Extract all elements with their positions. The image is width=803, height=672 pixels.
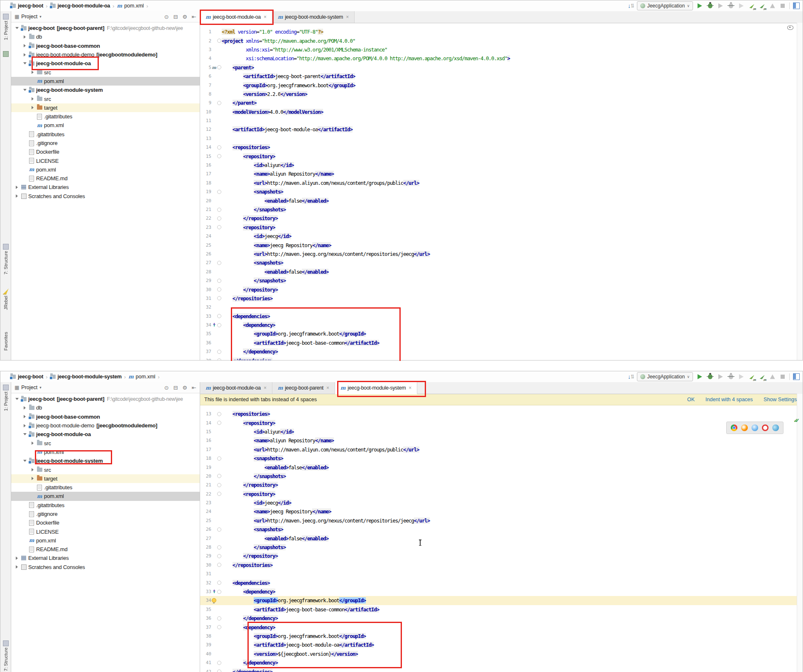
fold-marker[interactable] bbox=[217, 563, 221, 567]
code-line-3[interactable]: 3 xmlns:xsi="http://www.w3.org/2001/XMLS… bbox=[200, 45, 803, 54]
run-button[interactable] bbox=[696, 2, 703, 10]
project-view-selector[interactable]: ▦Project▾ bbox=[15, 385, 42, 390]
tree-item-src[interactable]: src bbox=[11, 465, 200, 474]
editor-scrollbar[interactable] bbox=[797, 23, 803, 360]
code-line-2[interactable]: 2<project xmlns="http://maven.apache.org… bbox=[200, 36, 803, 45]
code-line-23[interactable]: 23 <id>jeecg</id> bbox=[200, 498, 803, 507]
vcs-icon[interactable] bbox=[0, 51, 11, 57]
breadcrumb-item-module[interactable]: jeecg-boot-module-system bbox=[50, 374, 122, 380]
code-line-5[interactable]: 5m <parent> bbox=[200, 63, 803, 72]
fold-marker[interactable] bbox=[217, 483, 221, 487]
fold-marker[interactable] bbox=[217, 590, 221, 594]
layout-editor-icon[interactable] bbox=[793, 2, 800, 10]
fold-marker[interactable] bbox=[217, 456, 221, 461]
debug-button[interactable] bbox=[706, 373, 714, 380]
layout-editor-icon[interactable] bbox=[793, 373, 800, 380]
tree-item-db[interactable]: db bbox=[11, 32, 200, 41]
tree-item-jeecg-boot-module-oa[interactable]: jeecg-boot-module-oa bbox=[11, 430, 200, 439]
tree-item-.gitattributes[interactable]: .gitattributes bbox=[11, 501, 200, 510]
code-line-26[interactable]: 26 <snapshots> bbox=[200, 525, 803, 534]
intention-bulb-icon[interactable] bbox=[212, 598, 216, 603]
code-line-30[interactable]: 30 </repositories> bbox=[200, 561, 803, 569]
tree-item-Dockerfile[interactable]: Dockerfile bbox=[11, 147, 200, 156]
jrebel-debug-button[interactable]: JR bbox=[758, 2, 766, 10]
chevron-right-icon[interactable] bbox=[24, 44, 26, 47]
fold-marker[interactable] bbox=[217, 350, 221, 354]
fold-marker[interactable] bbox=[217, 358, 221, 361]
tab-close-icon[interactable]: × bbox=[346, 14, 349, 20]
code-line-25[interactable]: 25 <name>jeecg Repository</name> bbox=[200, 240, 803, 249]
code-line-22[interactable]: 22 </repository> bbox=[200, 214, 803, 223]
fold-marker[interactable] bbox=[217, 225, 221, 229]
fold-marker[interactable] bbox=[217, 154, 221, 158]
tree-item-README.md[interactable]: README.md bbox=[11, 545, 200, 554]
banner-settings-link[interactable]: Show Settings bbox=[764, 397, 797, 402]
fold-marker[interactable] bbox=[217, 492, 221, 496]
tree-item-target[interactable]: target bbox=[11, 474, 200, 483]
code-line-23[interactable]: 23 <repository> bbox=[200, 223, 803, 232]
tree-item-.gitignore[interactable]: .gitignore bbox=[11, 139, 200, 147]
code-line-14[interactable]: 14 <repository> bbox=[200, 418, 803, 427]
tree-item-jeecg-boot-base-common[interactable]: jeecg-boot-base-common bbox=[11, 412, 200, 421]
code-line-24[interactable]: 24 <name>jeecg Repository</name> bbox=[200, 507, 803, 516]
code-line-15[interactable]: 15 <id>aliyun</id> bbox=[200, 427, 803, 436]
fold-marker[interactable] bbox=[217, 323, 221, 327]
code-line-34[interactable]: 34 <groupId>org.jeecgframework.boot</gro… bbox=[200, 596, 803, 605]
code-line-40[interactable]: 40 <version>${jeecgboot.version}</versio… bbox=[200, 650, 803, 658]
code-line-34[interactable]: 34 <dependency> bbox=[200, 321, 803, 329]
tree-item-pom.xml[interactable]: mpom.xml bbox=[11, 448, 200, 456]
profiler-button[interactable] bbox=[737, 2, 745, 10]
tree-item-.gitignore[interactable]: .gitignore bbox=[11, 510, 200, 518]
stop-disabled-button[interactable] bbox=[779, 373, 786, 380]
chevron-right-icon[interactable] bbox=[24, 415, 26, 418]
tree-item-.gitattributes[interactable]: .gitattributes bbox=[11, 483, 200, 492]
tree-item-External Libraries[interactable]: External Libraries bbox=[11, 183, 200, 191]
code-line-18[interactable]: 18 <snapshots> bbox=[200, 454, 803, 463]
jrebel-debug-button[interactable]: JR bbox=[758, 373, 766, 380]
tree-item-LICENSE[interactable]: LICENSE bbox=[11, 156, 200, 165]
code-line-36[interactable]: 36 <artifactId>jeecg-boot-base-common</a… bbox=[200, 338, 803, 347]
resume-disabled-button[interactable] bbox=[769, 373, 776, 380]
fold-marker[interactable] bbox=[217, 314, 221, 318]
code-line-13[interactable]: 13 <repositories> bbox=[200, 410, 803, 418]
stop-disabled-button[interactable] bbox=[779, 2, 786, 10]
tab-close-icon[interactable]: × bbox=[264, 14, 267, 20]
code-line-16[interactable]: 16 <id>aliyun</id> bbox=[200, 161, 803, 169]
fold-marker[interactable] bbox=[217, 65, 221, 69]
fold-marker[interactable] bbox=[217, 661, 221, 665]
fold-marker[interactable] bbox=[217, 474, 221, 478]
firefox-icon[interactable] bbox=[741, 424, 748, 431]
code-line-17[interactable]: 17 <name>aliyun Repository</name> bbox=[200, 169, 803, 178]
code-line-4[interactable]: 4 xsi:schemaLocation="http://maven.apach… bbox=[200, 54, 803, 63]
chevron-down-icon[interactable] bbox=[15, 27, 19, 29]
jrebel-run-button[interactable]: JR bbox=[748, 373, 755, 380]
tree-item-Dockerfile[interactable]: Dockerfile bbox=[11, 518, 200, 527]
code-line-27[interactable]: 27 <snapshots> bbox=[200, 258, 803, 267]
tree-item-target[interactable]: target bbox=[11, 103, 200, 112]
code-line-20[interactable]: 20 </snapshots> bbox=[200, 472, 803, 481]
tree-item-.gitattributes[interactable]: .gitattributes bbox=[11, 130, 200, 139]
code-line-35[interactable]: 35 <groupId>org.jeecgframework.boot</gro… bbox=[200, 329, 803, 338]
editor-tab-jeecg-boot-module-system[interactable]: mjeecg-boot-module-system× bbox=[272, 11, 355, 23]
tree-item-jeecg-boot-module-demo[interactable]: jeecg-boot-module-demo[jeecgbootmodulede… bbox=[11, 421, 200, 430]
fold-marker[interactable] bbox=[217, 101, 221, 105]
hide-panel-icon[interactable]: ⇤ bbox=[191, 385, 197, 391]
fold-marker[interactable] bbox=[217, 296, 221, 300]
jrebel-run-button[interactable]: JR bbox=[748, 2, 755, 10]
settings-gear-icon[interactable]: ⚙ bbox=[181, 385, 188, 391]
chevron-right-icon[interactable] bbox=[32, 97, 34, 101]
debug-button[interactable] bbox=[706, 2, 714, 10]
tree-item-README.md[interactable]: README.md bbox=[11, 174, 200, 183]
chevron-right-icon[interactable] bbox=[32, 71, 34, 74]
breadcrumb-item-project[interactable]: jeecg-boot bbox=[10, 374, 43, 380]
tree-item-LICENSE[interactable]: LICENSE bbox=[11, 527, 200, 536]
chevron-right-icon[interactable] bbox=[16, 194, 18, 198]
code-line-30[interactable]: 30 </repository> bbox=[200, 285, 803, 294]
tree-item-.gitattributes[interactable]: .gitattributes bbox=[11, 112, 200, 121]
code-line-28[interactable]: 28 <enabled>false</enabled> bbox=[200, 267, 803, 276]
fold-marker[interactable] bbox=[217, 527, 221, 532]
collapse-all-icon[interactable]: ⊟ bbox=[172, 385, 179, 391]
chevron-right-icon[interactable] bbox=[16, 186, 18, 189]
fold-marker[interactable] bbox=[217, 581, 221, 585]
tool-window-tab-favorites[interactable]: Favorites bbox=[0, 332, 11, 351]
